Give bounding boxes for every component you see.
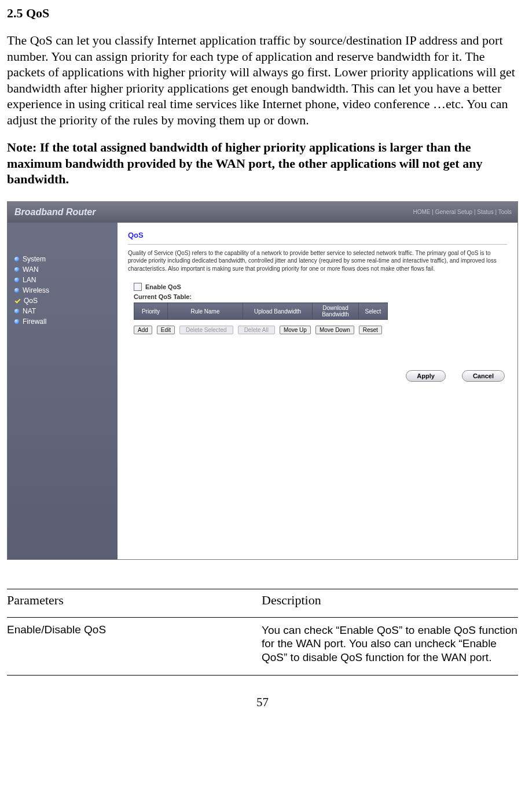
sidebar-item-firewall[interactable]: Firewall — [14, 316, 113, 327]
param-name: Enable/Disable QoS — [7, 623, 262, 665]
sidebar-label: System — [23, 255, 46, 263]
bullet-icon — [14, 309, 19, 313]
sidebar-label: NAT — [23, 307, 36, 315]
apply-button[interactable]: Apply — [406, 370, 446, 382]
bullet-icon — [14, 267, 19, 272]
param-desc: You can check “Enable QoS” to enable QoS… — [262, 623, 518, 665]
check-icon — [14, 298, 20, 303]
add-button[interactable]: Add — [134, 326, 152, 334]
top-nav-links[interactable]: HOME | General Setup | Status | Tools — [413, 209, 512, 215]
cancel-button[interactable]: Cancel — [462, 370, 505, 382]
params-top-rule — [7, 589, 518, 589]
col-upload: Upload Bandwidth — [243, 303, 313, 320]
sidebar-item-system[interactable]: System — [14, 254, 113, 264]
router-screenshot: Broadband Router HOME | General Setup | … — [7, 201, 518, 560]
params-col-description: Description — [262, 593, 518, 608]
sidebar-label: Firewall — [23, 318, 46, 326]
main-panel: QoS Quality of Service (QoS) refers to t… — [118, 223, 517, 559]
sidebar-label: Wireless — [23, 286, 49, 294]
sidebar-item-wan[interactable]: WAN — [14, 264, 113, 275]
bullet-icon — [14, 257, 19, 261]
bullet-icon — [14, 288, 19, 293]
bullet-icon — [14, 278, 19, 282]
sidebar-item-wireless[interactable]: Wireless — [14, 285, 113, 296]
sidebar-label: WAN — [23, 265, 39, 274]
sidebar-item-nat[interactable]: NAT — [14, 306, 113, 316]
note-paragraph: Note: If the total assigned bandwidth of… — [7, 139, 518, 187]
brand-title: Broadband Router — [14, 207, 96, 217]
params-bottom-rule — [7, 675, 518, 676]
params-mid-rule — [7, 617, 518, 618]
delete-selected-button[interactable]: Delete Selected — [179, 326, 233, 334]
params-col-parameters: Parameters — [7, 593, 262, 608]
section-title: 2.5 QoS — [7, 6, 518, 21]
col-rule-name: Rule Name — [168, 303, 243, 320]
edit-button[interactable]: Edit — [157, 326, 175, 334]
panel-title: QoS — [128, 231, 507, 239]
col-download: Download Bandwidth — [313, 303, 359, 320]
enable-qos-label: Enable QoS — [145, 283, 181, 290]
qos-description: Quality of Service (QoS) refers to the c… — [128, 249, 507, 273]
screenshot-header: Broadband Router HOME | General Setup | … — [8, 202, 517, 223]
col-select: Select — [359, 303, 388, 320]
sidebar: System WAN LAN Wireless QoS — [8, 223, 118, 559]
col-priority: Priority — [134, 303, 168, 320]
sidebar-label: QoS — [24, 297, 38, 305]
param-row: Enable/Disable QoS You can check “Enable… — [7, 623, 518, 665]
divider — [128, 244, 507, 245]
sidebar-label: LAN — [23, 276, 36, 284]
move-up-button[interactable]: Move Up — [280, 326, 311, 334]
qos-table: Priority Rule Name Upload Bandwidth Down… — [134, 302, 388, 320]
page-number: 57 — [7, 695, 518, 710]
reset-button[interactable]: Reset — [359, 326, 382, 334]
table-label: Current QoS Table: — [134, 293, 507, 300]
enable-qos-checkbox[interactable] — [134, 283, 142, 291]
params-header-row: Parameters Description — [7, 593, 518, 608]
sidebar-item-qos[interactable]: QoS — [14, 296, 113, 306]
screenshot-body: System WAN LAN Wireless QoS — [8, 223, 517, 559]
delete-all-button[interactable]: Delete All — [238, 326, 275, 334]
move-down-button[interactable]: Move Down — [315, 326, 354, 334]
bullet-icon — [14, 319, 19, 324]
intro-paragraph: The QoS can let you classify Internet ap… — [7, 32, 518, 128]
sidebar-item-lan[interactable]: LAN — [14, 275, 113, 285]
